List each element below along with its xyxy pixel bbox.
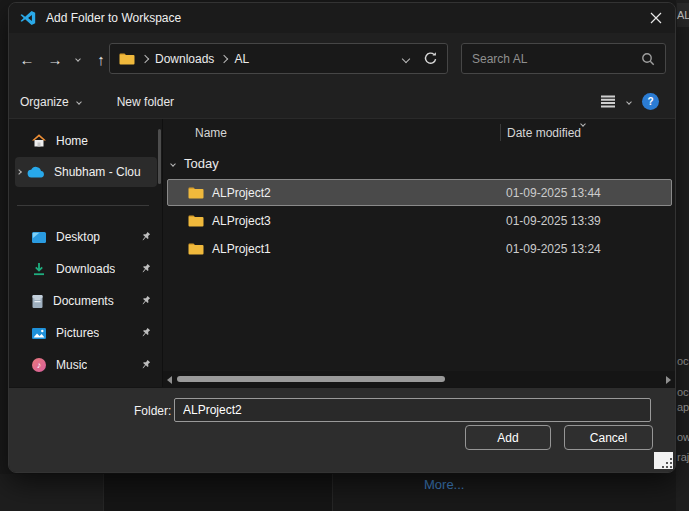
desktop-icon (31, 231, 47, 244)
close-button[interactable] (637, 3, 675, 33)
folder-name-input[interactable] (174, 398, 651, 422)
pin-icon (136, 291, 156, 312)
back-icon: ← (20, 51, 35, 68)
vscode-background-right: ALP ocu ocu apa ow raja (676, 0, 689, 511)
vscode-panel-middle (103, 474, 332, 511)
navigation-sidebar: Home Shubham - Clou (9, 119, 163, 387)
vscode-divider (103, 474, 104, 511)
group-header-today[interactable]: Today (171, 156, 219, 171)
pin-icon (136, 259, 156, 280)
pin-icon (136, 227, 156, 248)
command-toolbar: Organize New folder ? (9, 85, 675, 119)
sidebar-item-documents[interactable]: Documents (15, 287, 157, 315)
chevron-down-icon (76, 99, 82, 105)
sidebar-item-downloads[interactable]: Downloads (15, 255, 157, 283)
new-folder-label: New folder (117, 95, 174, 109)
add-folder-dialog: Add Folder to Workspace ← → ↑ Downloads (8, 2, 676, 473)
sidebar-item-label: Pictures (56, 326, 99, 340)
refresh-icon[interactable] (423, 51, 438, 66)
sidebar-item-label: Downloads (56, 262, 115, 276)
pin-icon (136, 355, 156, 376)
search-icon[interactable] (641, 52, 655, 66)
file-row-alproject1[interactable]: ALProject1 01-09-2025 13:24 (167, 235, 672, 262)
sidebar-item-onedrive[interactable]: Shubham - Clou (15, 157, 157, 187)
sidebar-item-label: Desktop (56, 230, 100, 244)
help-button[interactable]: ? (642, 93, 659, 110)
dialog-titlebar: Add Folder to Workspace (9, 3, 675, 33)
address-folder-icon (119, 53, 135, 65)
breadcrumb-al[interactable]: AL (228, 52, 255, 66)
scroll-left-icon[interactable] (167, 376, 172, 384)
folder-icon (188, 243, 204, 255)
sidebar-item-pictures[interactable]: Pictures (15, 319, 157, 347)
background-text-fragment: ocu (677, 386, 689, 398)
file-row-alproject3[interactable]: ALProject3 01-09-2025 13:39 (167, 207, 672, 234)
file-date-modified: 01-09-2025 13:24 (506, 242, 601, 256)
view-mode-button[interactable] (600, 95, 616, 108)
background-text-fragment: raja (677, 451, 689, 463)
search-input[interactable] (472, 52, 641, 66)
back-button[interactable]: ← (15, 47, 39, 71)
chevron-down-icon (75, 56, 81, 62)
organize-label: Organize (20, 95, 69, 109)
folder-field-label: Folder: (134, 404, 171, 418)
column-separator[interactable] (500, 124, 501, 141)
sidebar-item-label: Shubham - Clou (54, 165, 141, 179)
pictures-icon (31, 327, 47, 340)
cancel-button[interactable]: Cancel (564, 425, 653, 450)
vscode-logo-icon (20, 10, 36, 26)
organize-button[interactable]: Organize (20, 95, 81, 109)
navigation-bar: ← → ↑ Downloads AL (9, 33, 675, 85)
folder-icon (188, 187, 204, 199)
folder-icon (188, 215, 204, 227)
more-link[interactable]: More... (424, 477, 464, 492)
file-name: ALProject3 (212, 214, 271, 228)
expand-chevron-icon[interactable] (16, 169, 22, 175)
help-icon: ? (647, 96, 653, 107)
forward-icon: → (48, 51, 63, 68)
add-button[interactable]: Add (465, 425, 551, 450)
horizontal-scrollbar-thumb[interactable] (177, 376, 445, 382)
onedrive-cloud-icon (27, 166, 45, 178)
recent-locations-button[interactable] (70, 47, 86, 71)
file-name: ALProject1 (212, 242, 271, 256)
sidebar-item-home[interactable]: Home (15, 127, 157, 155)
new-folder-button[interactable]: New folder (117, 95, 174, 109)
sidebar-item-label: Home (56, 134, 88, 148)
background-text-fragment: ow (677, 431, 689, 443)
sidebar-item-label: Music (56, 358, 87, 372)
downloads-icon (31, 262, 47, 276)
breadcrumb-downloads[interactable]: Downloads (149, 52, 220, 66)
close-icon (650, 12, 662, 24)
column-header-name[interactable]: Name (195, 126, 227, 140)
vscode-tab-fragment: ALP (677, 3, 689, 27)
documents-icon (31, 294, 44, 309)
sidebar-item-desktop[interactable]: Desktop (15, 223, 157, 251)
address-dropdown-icon[interactable] (402, 54, 410, 62)
toolbar-right-group: ? (600, 93, 659, 110)
dialog-content: Home Shubham - Clou (9, 119, 675, 387)
file-row-alproject2[interactable]: ALProject2 01-09-2025 13:44 (167, 179, 672, 206)
home-icon (31, 133, 47, 149)
sidebar-divider (17, 205, 149, 206)
search-box (461, 43, 666, 74)
breadcrumb-separator-icon (141, 54, 149, 62)
address-bar[interactable]: Downloads AL (109, 43, 448, 74)
horizontal-scrollbar[interactable] (163, 371, 675, 387)
dialog-footer: Folder: Add Cancel (9, 387, 675, 472)
file-list-pane: Name Date modified Today ALProject2 01-0… (163, 119, 675, 387)
forward-button[interactable]: → (43, 47, 67, 71)
vscode-panel-left (0, 474, 103, 511)
vscode-background-bottom: More... (0, 474, 689, 511)
resize-grip[interactable] (654, 452, 673, 469)
view-mode-caret-icon[interactable] (626, 99, 632, 105)
group-collapse-icon[interactable] (170, 161, 176, 167)
sidebar-scrollbar-thumb[interactable] (158, 129, 161, 184)
music-icon: ♪ (31, 357, 47, 373)
sidebar-item-music[interactable]: ♪ Music (15, 351, 157, 379)
breadcrumb-separator-icon (220, 54, 228, 62)
scroll-right-icon[interactable] (666, 376, 671, 384)
sidebar-item-label: Documents (53, 294, 114, 308)
group-label: Today (184, 156, 219, 171)
column-header-date-modified[interactable]: Date modified (507, 126, 581, 140)
